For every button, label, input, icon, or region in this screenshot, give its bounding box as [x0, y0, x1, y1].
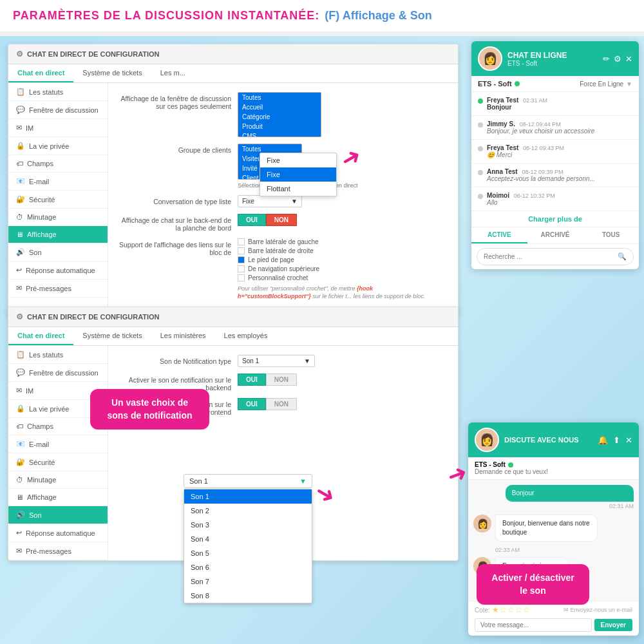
expand-icon[interactable]: ⬆ [613, 435, 620, 445]
b-sidebar-minutage[interactable]: ⏱Minutage [8, 471, 108, 489]
dd-fixe1[interactable]: Fixe [260, 153, 336, 167]
tab-chat-direct-bottom[interactable]: Chat en direct [8, 327, 73, 345]
checkbox-nav[interactable] [238, 265, 245, 272]
top-panel-header: ⚙ CHAT EN DIRECT DE CONFIGURATION [8, 44, 458, 64]
dd-flottant[interactable]: Flottant [260, 182, 336, 196]
b-sidebar-affichage[interactable]: 🖥Affichage [8, 489, 108, 506]
control-liste[interactable]: Fixe ▼ [238, 195, 448, 207]
b-sidebar-pre[interactable]: ✉Pré-messages [8, 542, 108, 560]
select-son-type[interactable]: Son 1 ▼ [238, 355, 315, 367]
tab-tous[interactable]: TOUS [583, 227, 639, 243]
send-button[interactable]: Envoyer [594, 619, 632, 631]
b-sidebar-email[interactable]: 📧E-mail [8, 435, 108, 453]
son-item-7[interactable]: Son 7 [184, 574, 312, 589]
control-son-backend: OUI NON [238, 374, 448, 386]
offline-dot-moimoi [478, 194, 483, 199]
son-item-5[interactable]: Son 5 [184, 546, 312, 560]
conv-moimoi[interactable]: Moimoi 06-12 10:32 PM Allo [471, 187, 639, 211]
checkbox-pied[interactable] [238, 256, 245, 263]
checkbox-custom[interactable] [238, 274, 245, 281]
son-item-2[interactable]: Son 2 [184, 504, 312, 518]
conv-anna[interactable]: Anna Test 08-12 09:39 PM Acceptez-vous l… [471, 164, 639, 187]
opt-produit[interactable]: Produit [238, 122, 321, 131]
message-input[interactable] [475, 618, 592, 632]
son-item-6[interactable]: Son 6 [184, 560, 312, 574]
select-liste[interactable]: Fixe ▼ [238, 195, 302, 207]
tab-tickets-bottom[interactable]: Système de tickets [73, 327, 151, 345]
multiselect-pages[interactable]: Toutes Accueil Catégorie Produit CMS Aut… [238, 92, 321, 137]
tab-tickets-top[interactable]: Système de tickets [73, 64, 151, 82]
b-sidebar-reponse[interactable]: ↩Réponse automatique [8, 524, 108, 542]
tab-archive[interactable]: ARCHIVÉ [527, 227, 583, 243]
btn-oui-son-backend[interactable]: OUI [238, 374, 266, 386]
opt-categorie[interactable]: Catégorie [238, 112, 321, 122]
son-dropdown-list: Son 1 Son 2 Son 3 Son 4 Son 5 Son 6 Son … [184, 489, 312, 603]
btn-oui-backend[interactable]: OUI [238, 214, 266, 226]
rating-row: Cote: ★☆☆☆☆ ✉ Envoyez-nous un e-mail [475, 605, 632, 614]
conv-jimmy[interactable]: Jimmy S. 08-12 09:44 PM Bonjour, je veux… [471, 116, 639, 140]
callout-notification-sounds: Un vaste choix de sons de notification [90, 389, 209, 430]
conv-name-anna: Anna Test 08-12 09:39 PM [487, 168, 632, 175]
b-sidebar-son[interactable]: 🔊Son [8, 506, 108, 524]
tab-chat-direct-top[interactable]: Chat en direct [8, 64, 73, 82]
b-sidebar-fenetre[interactable]: 💬Fenêtre de discussion [8, 364, 108, 382]
chat-search-box[interactable]: 🔍 [477, 248, 634, 265]
checkbox-droite[interactable] [238, 247, 245, 254]
statuts-icon: 📋 [16, 88, 25, 96]
opt-accueil[interactable]: Accueil [238, 102, 321, 112]
stars-icon[interactable]: ★☆☆☆☆ [492, 605, 531, 614]
sidebar-item-reponse[interactable]: ↩Réponse automatique [8, 261, 108, 279]
sidebar-item-securite[interactable]: 🔐Sécurité [8, 191, 108, 209]
sidebar-item-affichage[interactable]: 🖥Affichage [8, 226, 108, 243]
tab-employes-bottom[interactable]: Les employés [215, 327, 277, 345]
sidebar-item-minutage[interactable]: ⏱Minutage [8, 209, 108, 226]
tab-active[interactable]: ACTIVE [471, 227, 527, 243]
sidebar-item-son-top[interactable]: 🔊Son [8, 243, 108, 261]
conv-info-freya1: Freya Test 02:31 AM Bonjour [487, 97, 632, 111]
opt-cms[interactable]: CMS [238, 131, 321, 137]
sidebar-item-vie-privee[interactable]: 🔒La vie privée [8, 137, 108, 155]
sidebar-item-fenetre[interactable]: 💬Fenêtre de discussion [8, 101, 108, 119]
son-item-1[interactable]: Son 1 [184, 489, 312, 504]
btn-non-son-frontend[interactable]: NON [266, 398, 297, 410]
sidebar-item-champs[interactable]: 🏷Champs [8, 155, 108, 173]
son-item-8[interactable]: Son 8 [184, 589, 312, 603]
chevron-down-icon[interactable]: ▼ [626, 80, 632, 88]
son-item-3[interactable]: Son 3 [184, 518, 312, 532]
tab-ministeres-bottom[interactable]: Les ministères [151, 327, 215, 345]
sidebar-item-statuts[interactable]: 📋Les statuts [8, 83, 108, 101]
sidebar-item-email[interactable]: 📧E-mail [8, 173, 108, 191]
fenetre-icon: 💬 [16, 106, 25, 114]
son-item-4[interactable]: Son 4 [184, 532, 312, 546]
email-link[interactable]: ✉ Envoyez-nous un e-mail [564, 607, 632, 613]
btn-oui-son-frontend[interactable]: OUI [238, 398, 266, 410]
conv-name-freya1: Freya Test 02:31 AM [487, 97, 632, 104]
close-icon-bottom[interactable]: ✕ [625, 435, 632, 445]
bell-icon[interactable]: 🔔 [598, 435, 608, 445]
conv-name-jimmy: Jimmy S. 08-12 09:44 PM [487, 120, 632, 128]
checkbox-gauche[interactable] [238, 238, 245, 245]
tab-more-top[interactable]: Les m... [151, 64, 194, 82]
btn-non-son-backend[interactable]: NON [266, 374, 297, 386]
b-sidebar-statuts[interactable]: 📋Les statuts [8, 346, 108, 364]
im-icon: ✉ [16, 124, 22, 132]
label-clients: Groupe de clients [118, 144, 231, 154]
settings-icon[interactable]: ⚙ [614, 54, 621, 64]
conv-freya1[interactable]: Freya Test 02:31 AM Bonjour [471, 92, 639, 116]
load-more-btn[interactable]: Charger plus de [471, 211, 639, 227]
sidebar-item-pre[interactable]: ✉Pré-messages [8, 279, 108, 298]
btn-non-backend[interactable]: NON [266, 214, 297, 226]
offline-dot-jimmy [478, 122, 483, 128]
sidebar-item-im[interactable]: ✉IM [8, 119, 108, 137]
chat-filter-tabs: ACTIVE ARCHIVÉ TOUS [471, 227, 639, 244]
opt-toutes[interactable]: Toutes [238, 93, 321, 102]
son-dropdown-container: Son 1 ▼ Son 1 Son 2 Son 3 Son 4 Son 5 So… [184, 474, 312, 603]
dd-fixe2[interactable]: Fixe [260, 167, 336, 182]
conv-freya2[interactable]: Freya Test 08-12 09:43 PM 😊 Merci [471, 140, 639, 164]
close-icon[interactable]: ✕ [625, 54, 632, 64]
edit-icon[interactable]: ✏ [603, 54, 610, 64]
son-select-display[interactable]: Son 1 ▼ [184, 474, 312, 488]
b-sidebar-securite[interactable]: 🔐Sécurité [8, 453, 108, 471]
conv-msg-freya1: Bonjour [487, 104, 632, 111]
search-input[interactable] [484, 253, 614, 260]
